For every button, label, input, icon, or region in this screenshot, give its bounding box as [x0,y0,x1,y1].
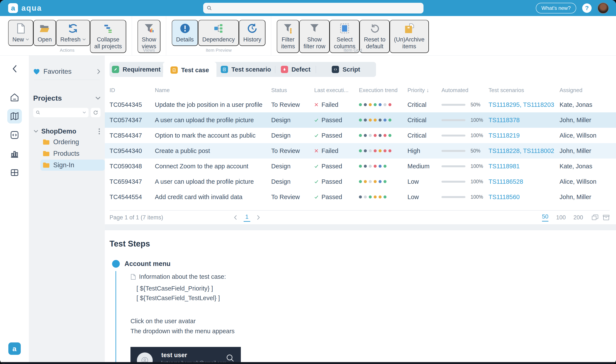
rail-reports-button[interactable] [7,146,22,161]
chevron-down-icon [26,39,29,40]
folder-sign-in[interactable]: Sign-In [41,160,105,171]
page-size-200[interactable]: 200 [574,214,583,221]
col-priority[interactable]: Priority ↓ [408,87,441,93]
help-button[interactable]: ? [582,3,592,13]
test-scenario-link[interactable]: TS11186528 [489,178,560,185]
projects-search-input[interactable] [42,110,79,116]
archive-box-icon[interactable] [603,214,610,221]
projects-refresh-button[interactable] [91,108,100,117]
col-assigned[interactable]: Assigned [560,87,610,93]
project-name: ShopDemo [41,128,76,135]
cell-last-execution: Passed [321,194,342,201]
test-steps-title: Test Steps [110,239,610,248]
rail-projects-button[interactable] [7,109,22,123]
folder-icon [42,151,50,156]
favorites-label: Favorites [43,67,72,75]
kebab-menu-icon[interactable] [98,128,100,135]
page-size-100[interactable]: 100 [556,214,566,221]
tab-script[interactable]: Script [316,62,376,77]
ribbon-group-actions: New Open Refresh Collapse [2,16,132,55]
user-avatar[interactable] [598,2,609,14]
map-icon [10,112,19,121]
test-scenario-link[interactable]: TS1118228, TS1118002 [489,147,560,155]
global-search[interactable] [203,3,424,13]
cell-priority: Critical [408,101,441,108]
history-icon [247,23,257,34]
projects-search[interactable] [33,108,89,117]
details-button[interactable]: Details [172,20,198,46]
cell-assigned: Alice, Willson [560,178,610,185]
refresh-icon [68,23,78,34]
table-row[interactable]: TC4544554 Add credit card with invalid d… [105,189,616,205]
select-columns-icon [340,23,349,34]
execution-result-icon [314,180,318,184]
col-automated[interactable]: Automated [441,87,489,93]
refresh-button[interactable]: Refresh [56,20,90,46]
history-button[interactable]: History [239,20,265,46]
cell-id: TC6594347 [110,178,155,185]
folder-label: Products [53,150,79,157]
execution-result-icon [314,118,318,122]
step-action-line: The dropdown with the menu appears [130,326,610,336]
app-window: a aqua What's new? ? New [0,0,616,364]
left-rail: a [0,55,29,362]
test-scenario-link[interactable]: TS1118981 [489,163,560,170]
tab-requirement[interactable]: Requirement [110,62,163,77]
col-status[interactable]: Status [271,87,314,93]
folder-label: Ordering [53,138,79,146]
col-id[interactable]: ID [110,87,155,93]
global-search-input[interactable] [215,5,416,12]
cell-priority: Critical [408,117,441,124]
new-button[interactable]: New [8,20,33,46]
ribbon-toolbar: New Open Refresh Collapse [0,16,616,55]
folder-ordering[interactable]: Ordering [41,136,100,148]
table-row-selected[interactable]: TC0574347 A user can upload the profile … [105,112,616,128]
table-row-highlighted[interactable]: TC9544340 Create a public post To Review… [105,143,616,158]
ribbon-group-item-preview: Details Dependency History Item Preview [166,16,271,55]
cell-name: A user can upload the profile picture [155,178,271,185]
test-scenario-link[interactable]: TS1118560 [489,194,560,201]
cell-automated: 100% [441,163,489,169]
test-scenario-link[interactable]: TS1118378 [489,117,560,124]
open-button[interactable]: Open [33,20,56,46]
cell-name: Connect Zoom to the app account [155,163,271,170]
favorites-section[interactable]: Favorites [33,67,100,75]
tab-test-case[interactable]: Test case [163,62,217,78]
page-size-50[interactable]: 50 [542,213,548,221]
project-node-shopdemo[interactable]: ShopDemo [33,127,100,136]
collapse-projects-icon [103,23,113,34]
whats-new-button[interactable]: What's new? [536,3,576,13]
rail-home-button[interactable] [7,90,22,105]
cell-last-execution: Failed [321,147,338,155]
projects-section-header[interactable]: Projects [33,94,100,102]
test-scenario-link[interactable]: TS1118295, TS1118203 [489,101,560,108]
cell-name: Add credit card with invalid data [155,194,271,201]
copy-icon[interactable] [592,214,599,221]
table-row[interactable]: TC0544345 Update the job position in a u… [105,97,616,112]
defect-icon [281,66,288,73]
folder-products[interactable]: Products [41,148,100,159]
tab-test-scenario[interactable]: Test scenario [217,62,275,77]
cell-name: Create a public post [155,147,271,155]
next-page-icon[interactable] [257,215,260,220]
col-last-execution[interactable]: Last executi... [314,87,359,93]
dependency-button[interactable]: Dependency [198,20,239,46]
page-number[interactable]: 1 [244,213,250,222]
table-row[interactable]: TC6594347 A user can upload the profile … [105,174,616,189]
col-test-scenarios[interactable]: Test scenarios [489,87,560,93]
execution-result-icon [314,103,318,107]
rail-boards-button[interactable] [7,165,22,180]
test-scenario-link[interactable]: TS1118219 [489,132,560,139]
cell-id: TC4544554 [110,194,155,201]
table-row[interactable]: TC0590348 Connect Zoom to the app accoun… [105,158,616,174]
chevron-down-icon [96,97,100,100]
rail-scripts-button[interactable] [7,128,22,142]
tab-defect[interactable]: Defect [275,62,316,77]
table-row[interactable]: TC8544347 Option to mark the account as … [105,128,616,143]
collapse-sidebar-button[interactable] [12,65,17,74]
step-info-label: Information about the test case: [139,273,226,280]
col-execution-trend[interactable]: Execution trend [359,87,408,93]
step-bullet [112,260,120,268]
prev-page-icon[interactable] [234,215,237,220]
col-name[interactable]: Name [155,87,271,93]
